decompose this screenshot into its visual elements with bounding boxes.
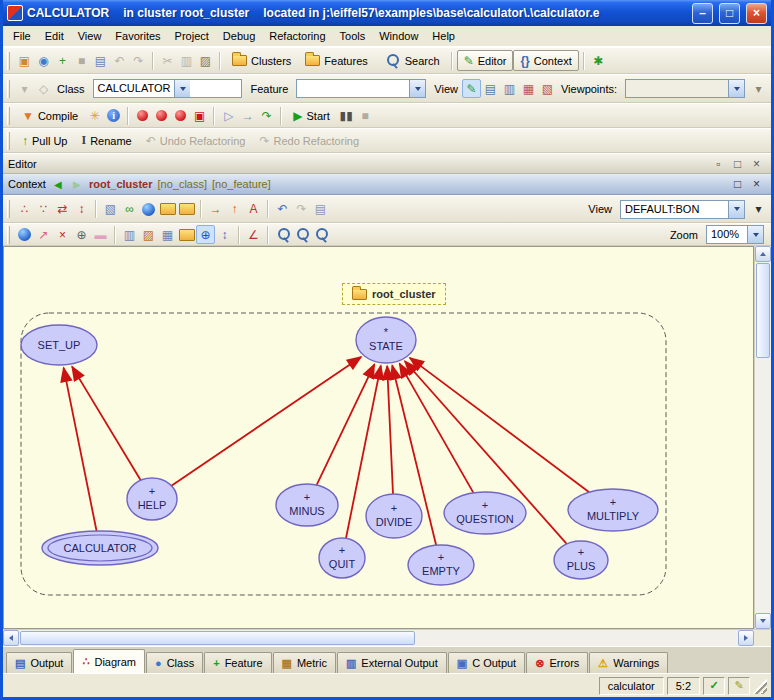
undo-refactoring-button[interactable]: ↶ Undo Refactoring [139,130,253,151]
redo-icon[interactable]: ↷ [129,51,148,70]
toggle-quality-icon[interactable] [15,225,34,244]
breakpoints-tool-icon[interactable]: ▣ [190,106,209,125]
class-node-question[interactable]: +QUESTION [444,492,526,534]
cluster-relations-icon[interactable]: ∵ [34,200,53,219]
tab-c-output[interactable]: ▣C Output [448,652,525,673]
horizontal-scroll-track[interactable] [416,630,738,646]
float-panel-icon[interactable]: ▫ [709,154,728,173]
menu-view[interactable]: View [71,28,109,44]
close-context-panel-icon[interactable]: × [747,175,766,194]
redo-diagram-icon[interactable]: ↷ [292,200,311,219]
breakpoint-enable-icon[interactable] [133,106,152,125]
tab-output[interactable]: ▤Output [6,652,72,673]
inheritance-link-multiply-state[interactable] [410,358,589,492]
paste-icon[interactable]: ▨ [196,51,215,70]
inheritance-link-question-state[interactable] [400,364,474,493]
stop-icon[interactable]: ■ [356,106,375,125]
toolbar-grip[interactable] [7,200,10,218]
new-cluster-icon[interactable] [158,200,177,219]
view-contracts-icon[interactable]: ▥ [500,79,519,98]
compile-button[interactable]: ▼ Compile [15,105,85,126]
toolbar-overflow-icon[interactable]: ▾ [749,79,768,98]
maximize-panel-icon[interactable]: □ [728,154,747,173]
vertical-scroll-track[interactable] [755,359,771,613]
class-node-quit[interactable]: +QUIT [319,538,365,578]
resize-grip[interactable] [753,678,767,694]
undo-icon[interactable]: ↶ [110,51,129,70]
zoom-out-icon[interactable] [311,225,330,244]
scroll-up-button[interactable] [755,246,771,262]
inheritance-link-help-state[interactable] [171,357,361,486]
start-button[interactable]: ▶ Start [286,105,336,126]
menu-edit[interactable]: Edit [38,28,71,44]
history-back-icon[interactable]: ◀ [51,177,65,192]
menu-refactoring[interactable]: Refactoring [262,28,332,44]
class-node-help[interactable]: +HELP [127,478,177,520]
finalize-key-icon[interactable]: ✳ [85,106,104,125]
rename-button[interactable]: I Rename [74,130,138,151]
diagram-view-combo[interactable]: DEFAULT:BON [620,200,745,219]
tab-metric[interactable]: ▦Metric [273,652,336,673]
toolbar-grip[interactable] [7,107,10,125]
open-file-icon[interactable]: ◉ [34,51,53,70]
toolbar-grip[interactable] [7,80,10,98]
close-button[interactable]: × [746,3,767,24]
tab-external-output[interactable]: ▥External Output [337,652,447,673]
class-browser-icon[interactable]: ◇ [34,79,53,98]
debug-run-ignore-icon[interactable]: ▷ [219,106,238,125]
cluster-legend-icon[interactable] [177,200,196,219]
scroll-down-button[interactable] [755,613,771,629]
viewpoints-combo[interactable] [625,79,745,98]
vertical-scrollbar[interactable] [754,246,771,629]
save-all-icon[interactable]: ▤ [91,51,110,70]
fill-cluster-icon[interactable]: ▨ [139,225,158,244]
breakpoint-remove-icon[interactable] [171,106,190,125]
toolbar-grip[interactable] [7,132,10,150]
view-flat-contracts-icon[interactable]: ▦ [519,79,538,98]
center-diagram-icon[interactable]: ⊕ [196,225,215,244]
class-node-calculator[interactable]: CALCULATOR [42,531,158,565]
redo-refactoring-button[interactable]: ↷ Redo Refactoring [252,130,366,151]
close-panel-icon[interactable]: × [747,154,766,173]
delete-tool-icon[interactable]: × [53,225,72,244]
add-project-icon[interactable]: + [53,51,72,70]
view-editor-icon[interactable]: ✎ [462,79,481,98]
maximize-button[interactable]: □ [719,3,740,24]
anchor-tool-icon[interactable]: ⊕ [72,225,91,244]
inheritance-link-divide-state[interactable] [387,366,393,494]
copy-icon[interactable]: ▥ [177,51,196,70]
crop-diagram-icon[interactable]: ▧ [101,200,120,219]
fit-to-screen-icon[interactable] [292,225,311,244]
class-relations-icon[interactable]: ∴ [15,200,34,219]
class-node-divide[interactable]: +DIVIDE [366,494,422,538]
diagram-view-dropdown[interactable] [728,201,744,218]
put-class-icon[interactable]: ↑ [225,200,244,219]
tab-warnings[interactable]: ⚠Warnings [589,652,668,673]
class-node-plus[interactable]: +PLUS [554,541,608,579]
step-out-icon[interactable]: ↷ [257,106,276,125]
class-node-multiply[interactable]: +MULTIPLY [568,489,658,531]
class-node-set_up[interactable]: SET_UP [21,325,97,365]
diagram-view-overflow-icon[interactable]: ▾ [749,200,768,219]
clusters-button[interactable]: Clusters [225,50,298,71]
menu-help[interactable]: Help [425,28,462,44]
cut-icon[interactable]: ✂ [158,51,177,70]
minimize-button[interactable]: – [692,3,713,24]
project-info-icon[interactable] [104,106,123,125]
zoom-combo[interactable]: 100% [706,225,764,244]
layout-diagram-icon[interactable]: ↕ [215,225,234,244]
toolbar-grip[interactable] [7,52,10,70]
toggle-grid-icon[interactable]: ▦ [158,225,177,244]
tab-diagram[interactable]: ∴Diagram [73,649,145,673]
menu-window[interactable]: Window [372,28,425,44]
diagram-canvas[interactable]: SET_UP*STATE+HELPCALCULATOR+MINUS+QUIT+D… [3,246,754,629]
view-flat-icon[interactable]: ▤ [481,79,500,98]
tab-class[interactable]: ●Class [146,652,203,673]
class-node-empty[interactable]: +EMPTY [408,545,474,585]
inheritance-link-tool-icon[interactable]: ↕ [72,200,91,219]
editor-toggle-button[interactable]: ✎ Editor [457,50,514,71]
menu-debug[interactable]: Debug [216,28,262,44]
straighten-links-icon[interactable]: ∠ [244,225,263,244]
search-button[interactable]: Search [375,50,447,71]
browser-view-icon[interactable] [139,200,158,219]
